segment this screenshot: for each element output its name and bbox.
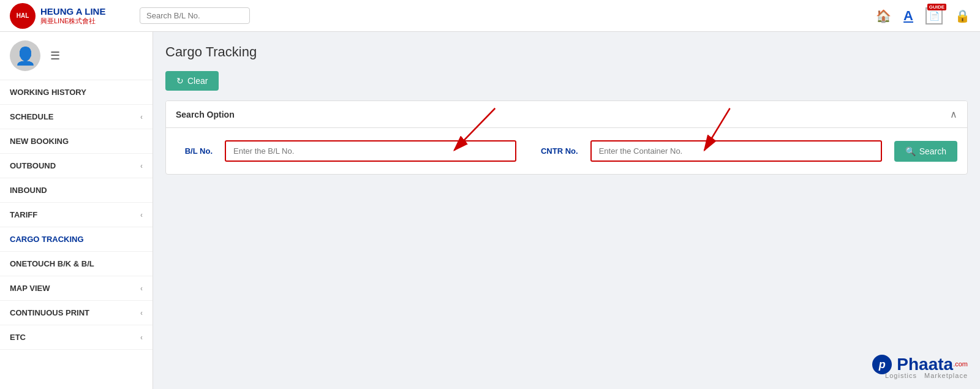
search-option-title: Search Option <box>176 110 235 119</box>
bl-input[interactable] <box>225 140 516 162</box>
search-option-header: Search Option ∧ <box>166 101 967 128</box>
sidebar-item-cargo-tracking[interactable]: CARGO TRACKING <box>0 227 153 252</box>
lock-icon[interactable]: 🔒 <box>955 9 970 23</box>
sidebar-item-new-booking[interactable]: NEW BOOKING <box>0 129 153 154</box>
avatar: 👤 <box>10 40 40 71</box>
menu-toggle-button[interactable]: ☰ <box>48 47 62 65</box>
header: HAL HEUNG A LINE 興亜LINE株式會社 🏠 A 📄 GUIDE … <box>0 0 980 32</box>
guide-label: GUIDE <box>927 4 946 10</box>
cntr-label: CNTR No. <box>541 146 578 156</box>
guide-page-icon: 📄 <box>929 11 940 21</box>
chevron-icon: ‹ <box>140 211 143 219</box>
refresh-icon: ↻ <box>176 76 184 86</box>
page-title: Cargo Tracking <box>165 44 968 60</box>
search-fields: B/L No. CNTR No. 🔍 Search <box>166 128 967 174</box>
header-icons: 🏠 A 📄 GUIDE 🔒 <box>876 7 970 25</box>
sidebar-profile: 👤 ☰ <box>0 32 153 80</box>
chevron-icon: ‹ <box>140 284 143 293</box>
search-option-panel: Search Option ∧ B/L No. CNTR No. 🔍 Searc… <box>165 100 968 175</box>
main-content: Cargo Tracking ↻ Clear Search Option ∧ B… <box>153 32 980 389</box>
guide-badge[interactable]: 📄 GUIDE <box>925 7 943 25</box>
phaata-brand: p Phaata.com Logistics Marketplace <box>872 355 968 379</box>
clear-button[interactable]: ↻ Clear <box>165 71 219 91</box>
sidebar-item-tariff[interactable]: TARIFF ‹ <box>0 203 153 227</box>
sidebar-nav: WORKING HISTORY SCHEDULE ‹ NEW BOOKING O… <box>0 80 153 350</box>
sidebar-item-map-view[interactable]: MAP VIEW ‹ <box>0 276 153 301</box>
chevron-icon: ‹ <box>140 113 143 121</box>
collapse-button[interactable]: ∧ <box>950 108 957 120</box>
sidebar-item-continuous-print[interactable]: CONTINUOUS PRINT ‹ <box>0 301 153 325</box>
logo-area: HAL HEUNG A LINE 興亜LINE株式會社 <box>10 3 132 29</box>
search-button[interactable]: 🔍 Search <box>894 141 957 162</box>
sidebar-item-outbound[interactable]: OUTBOUND ‹ <box>0 154 153 178</box>
sidebar-item-onetouch[interactable]: ONETOUCH B/K & B/L <box>0 252 153 276</box>
layout: 👤 ☰ WORKING HISTORY SCHEDULE ‹ NEW BOOKI… <box>0 32 980 389</box>
header-search-input[interactable] <box>140 7 250 24</box>
chevron-icon: ‹ <box>140 333 143 342</box>
logo-emblem: HAL <box>10 3 36 29</box>
cntr-input[interactable] <box>590 140 882 162</box>
sidebar: 👤 ☰ WORKING HISTORY SCHEDULE ‹ NEW BOOKI… <box>0 32 153 389</box>
sidebar-item-etc[interactable]: ETC ‹ <box>0 325 153 350</box>
bl-label: B/L No. <box>176 146 213 156</box>
sidebar-item-schedule[interactable]: SCHEDULE ‹ <box>0 105 153 129</box>
chevron-icon: ‹ <box>140 309 143 317</box>
logo-sub-name: 興亜LINE株式會社 <box>40 17 105 25</box>
logo-main-name: HEUNG A LINE <box>40 7 105 17</box>
chevron-icon: ‹ <box>140 162 143 170</box>
sidebar-item-inbound[interactable]: INBOUND <box>0 178 153 203</box>
logo-text: HEUNG A LINE 興亜LINE株式會社 <box>40 7 105 25</box>
phaata-sub: Logistics Marketplace <box>885 372 968 379</box>
font-icon[interactable]: A <box>903 8 913 24</box>
search-icon: 🔍 <box>905 146 916 156</box>
home-icon[interactable]: 🏠 <box>876 9 891 23</box>
sidebar-item-working-history[interactable]: WORKING HISTORY <box>0 80 153 105</box>
